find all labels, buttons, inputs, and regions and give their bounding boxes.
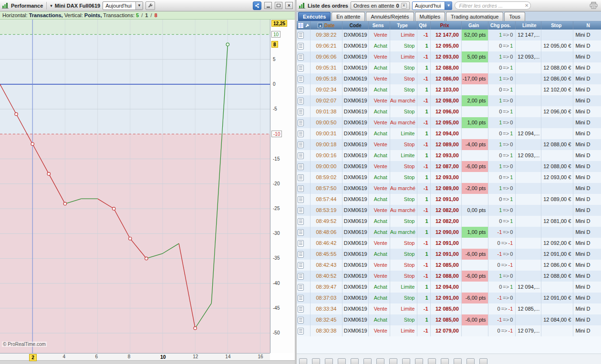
order-row[interactable]: 09:00:50DXM0619VenteAu marché-112 095,00… [297,117,601,128]
order-details-icon[interactable] [298,142,304,148]
order-row[interactable]: 08:42:43DXM0619VenteStop-112 085,000=>-1… [297,260,601,271]
column-header-sens[interactable]: Sens [369,21,390,30]
order-row[interactable]: 08:57:50DXM0619VenteAu marché-112 089,00… [297,183,601,194]
order-details-icon[interactable] [298,284,304,291]
order-details-icon[interactable] [298,76,304,82]
tab-en-attente[interactable]: En attente [332,12,365,21]
share-button[interactable] [253,1,261,10]
order-details-icon[interactable] [298,262,304,269]
order-row[interactable]: 09:06:06DXM0619VenteLimite-112 093,005,0… [297,51,601,62]
order-row[interactable]: 08:45:55DXM0619AchatStop112 091,00-6,00 … [297,249,601,260]
order-row[interactable]: 09:02:34DXM0619AchatStop112 103,000=>112… [297,84,601,95]
order-row[interactable]: 08:39:47DXM0619AchatLimite112 094,000=>1… [297,282,601,293]
order-row[interactable]: 09:38:22DXM0619VenteLimite-112 147,0052,… [297,30,601,40]
order-row[interactable]: 08:32:45DXM0619AchatStop112 085,00-6,00 … [297,314,601,325]
maximize-button[interactable] [275,2,282,9]
order-details-icon[interactable] [298,152,304,159]
order-details-icon[interactable] [298,109,304,115]
order-details-icon[interactable] [298,65,304,71]
bottom-toolbar-icon[interactable] [479,358,487,364]
instrument-dropdown-caret-icon[interactable]: ▾ [50,3,52,8]
bottom-toolbar-icon[interactable] [466,358,475,364]
pending-close-icon[interactable]: × [401,3,407,9]
filter-clear-icon[interactable]: ✕ [525,3,528,8]
bottom-toolbar-icon[interactable] [428,358,436,364]
print-button[interactable] [588,1,599,10]
order-details-icon[interactable] [298,218,304,225]
column-header-qty[interactable]: Qté [417,21,430,30]
column-header-stop[interactable]: Stop [541,21,573,30]
pending-orders-button[interactable]: Ordres en attente 0 × [351,1,410,10]
bottom-toolbar-icon[interactable] [389,358,397,364]
order-details-icon[interactable] [298,32,304,39]
order-details-icon[interactable] [298,185,304,192]
order-details-icon[interactable] [298,196,304,203]
order-details-icon[interactable] [298,163,304,170]
performance-equity-curve[interactable] [0,20,270,353]
column-header-nom[interactable]: N [573,21,601,30]
performance-chart[interactable]: 12,2510850-5-10-15-20-25-30-35-40-45-50 … [0,20,295,360]
bottom-toolbar-icon[interactable] [338,358,346,364]
close-button[interactable]: × [285,2,293,9]
order-row[interactable]: 09:00:16DXM0619AchatLimite112 093,000=>1… [297,150,601,161]
period-select-right[interactable]: Aujourd'hui ▼ [412,1,453,10]
bottom-toolbar-icon[interactable] [454,358,462,364]
order-row[interactable]: 08:46:42DXM0619VenteStop-112 091,000=>-1… [297,238,601,249]
order-details-icon[interactable] [298,54,304,61]
order-row[interactable]: 09:05:18DXM0619VenteStop-112 086,00-17,0… [297,73,601,84]
order-details-icon[interactable] [298,251,304,258]
chart-settings-button[interactable] [145,1,155,10]
order-row[interactable]: 08:30:38DXM0619VenteLimite-112 079,000=>… [297,325,601,336]
period-select-left[interactable]: Aujourd'hui ▼ [103,1,143,10]
order-details-icon[interactable] [298,98,304,104]
order-details-icon[interactable] [298,174,304,181]
order-row[interactable]: 09:02:07DXM0619VenteAu marché-112 098,00… [297,95,601,106]
tab-multiples[interactable]: Multiples [415,12,445,21]
bottom-toolbar-icon[interactable] [376,358,384,364]
order-row[interactable]: 09:06:21DXM0619AchatStop112 095,000=>112… [297,40,601,51]
order-details-icon[interactable] [298,317,304,324]
minimize-button[interactable] [264,2,272,9]
order-row[interactable]: 08:37:03DXM0619AchatStop112 091,00-6,00 … [297,293,601,303]
order-row[interactable]: 08:48:06DXM0619AchatAu marché112 090,001… [297,227,601,238]
column-header-limite[interactable]: Limite [516,21,541,30]
order-details-icon[interactable] [298,295,304,302]
bottom-toolbar-icon[interactable] [402,358,410,364]
order-row[interactable]: 09:05:31DXM0619AchatStop112 088,000=>112… [297,62,601,73]
order-row[interactable]: 08:40:52DXM0619VenteStop-112 088,00-6,00… [297,271,601,282]
order-details-icon[interactable] [298,328,304,334]
bottom-toolbar-icon[interactable] [299,358,307,364]
order-details-icon[interactable] [298,229,304,236]
order-row[interactable]: 08:57:44DXM0619AchatStop112 091,000=>112… [297,194,601,205]
order-details-icon[interactable] [298,87,304,93]
bottom-toolbar-icon[interactable] [351,358,359,364]
tab-executes[interactable]: Exécutés [298,12,331,21]
order-row[interactable]: 09:00:00DXM0619VenteStop-112 087,00-6,00… [297,161,601,172]
order-row[interactable]: 09:01:38DXM0619AchatStop112 096,000=>112… [297,106,601,117]
filter-input[interactable] [455,1,531,10]
order-details-icon[interactable] [298,120,304,126]
column-header-date[interactable]: ▲ Date [311,21,342,30]
column-header-type[interactable]: Type [390,21,418,30]
tab-trading-automatique[interactable]: Trading automatique [446,12,504,21]
order-row[interactable]: 08:49:52DXM0619AchatStop112 082,000=>112… [297,216,601,227]
order-details-icon[interactable] [298,131,304,137]
order-details-icon[interactable] [298,306,304,313]
order-details-icon[interactable] [298,273,304,280]
order-row[interactable]: 09:00:18DXM0619VenteStop-112 089,00-4,00… [297,139,601,150]
bottom-toolbar-icon[interactable] [363,358,372,364]
bottom-toolbar-icon[interactable] [441,358,449,364]
instrument-name[interactable]: Mini DAX Full0619 [55,3,100,9]
bottom-toolbar-icon[interactable] [312,358,320,364]
order-details-icon[interactable] [298,207,304,214]
order-details-icon[interactable] [298,43,304,50]
column-header-gain[interactable]: Gain [462,21,488,30]
bottom-toolbar-icon[interactable] [325,358,333,364]
order-details-icon[interactable] [298,240,304,247]
order-row[interactable]: 09:00:31DXM0619AchatLimite112 094,000=>1… [297,128,601,139]
column-header-chg-pos[interactable]: Chg pos. [488,21,516,30]
tab-annules-rejetes[interactable]: Annulés/Rejetés [366,12,414,21]
column-header-prix[interactable]: Prix [431,21,462,30]
order-row[interactable]: 08:33:34DXM0619VenteLimite-112 085,000=>… [297,303,601,314]
order-row[interactable]: 08:53:19DXM0619VenteAu marché-112 082,00… [297,205,601,216]
